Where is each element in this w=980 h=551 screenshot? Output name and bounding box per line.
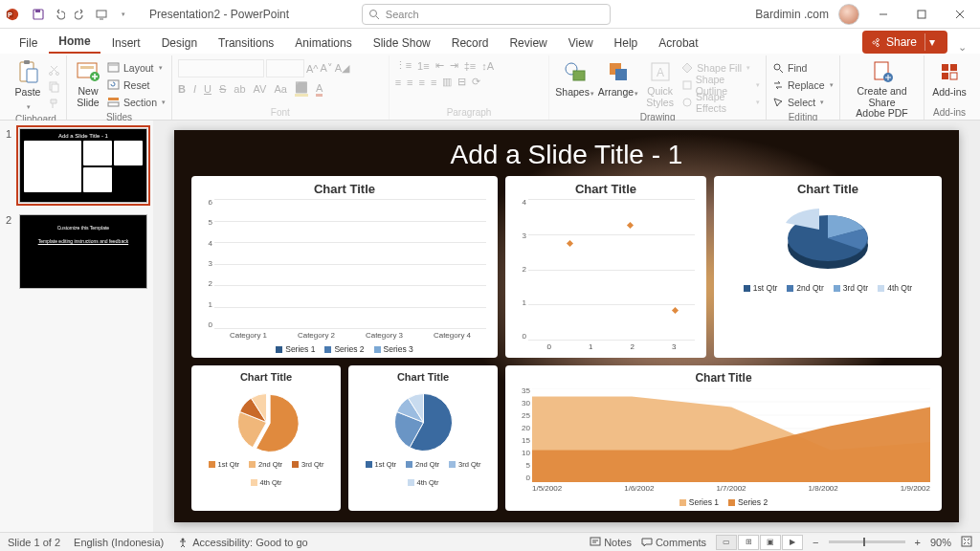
- clear-formatting-button[interactable]: A◢: [335, 62, 349, 75]
- normal-view-button[interactable]: ▭: [716, 535, 737, 550]
- undo-icon[interactable]: [50, 5, 69, 24]
- language[interactable]: English (Indonesia): [74, 537, 164, 548]
- notes-button[interactable]: Notes: [590, 537, 632, 548]
- chart-title: Chart Title: [513, 182, 699, 196]
- slideshow-view-button[interactable]: ▶: [782, 535, 803, 550]
- tab-home[interactable]: Home: [49, 30, 100, 54]
- align-right-button[interactable]: ≡: [419, 77, 425, 88]
- zoom-slider[interactable]: [829, 540, 905, 543]
- avatar[interactable]: [838, 4, 859, 25]
- find-button[interactable]: Find: [772, 59, 834, 76]
- shape-effects-button[interactable]: Shape Effects: [681, 94, 760, 110]
- save-icon[interactable]: [29, 5, 48, 24]
- bold-button[interactable]: B: [178, 83, 186, 95]
- chart-pie-3d[interactable]: Chart Title 1st Qtr 2nd Qtr 3rd Qtr 4th …: [714, 176, 942, 358]
- document-title: Presentation2 - PowerPoint: [149, 8, 289, 21]
- search-icon: [368, 9, 380, 20]
- tab-insert[interactable]: Insert: [102, 32, 150, 54]
- chart-bar[interactable]: Chart Title 0123456 Category 1Category 2…: [191, 176, 498, 358]
- indent-dec-button[interactable]: ⇤: [435, 59, 444, 72]
- spacing-button[interactable]: AV: [254, 83, 267, 95]
- columns-button[interactable]: ▥: [442, 76, 452, 88]
- cut-button[interactable]: [48, 61, 60, 77]
- quick-styles-button[interactable]: AQuick Styles: [642, 59, 678, 108]
- adobe-pdf-button[interactable]: Create and Share Adobe PDF: [846, 59, 918, 120]
- fit-to-window-button[interactable]: [961, 536, 972, 549]
- user-name[interactable]: Bardimin .com: [755, 8, 829, 21]
- copy-button[interactable]: [48, 78, 60, 95]
- close-button[interactable]: [946, 2, 974, 27]
- smartart-button[interactable]: ⟳: [472, 76, 480, 88]
- share-chevron-icon[interactable]: ▾: [924, 33, 938, 51]
- tab-acrobat[interactable]: Acrobat: [649, 32, 707, 54]
- strike-button[interactable]: S: [219, 83, 226, 95]
- svg-text:A: A: [657, 66, 664, 79]
- text-direction-button[interactable]: ↕A: [481, 60, 494, 72]
- svg-rect-7: [918, 11, 925, 18]
- italic-button[interactable]: I: [193, 83, 196, 95]
- line-spacing-button[interactable]: ‡≡: [464, 60, 477, 72]
- x-axis-labels: Category 1Category 2Category 3Category 4: [214, 331, 486, 342]
- zoom-level[interactable]: 90%: [930, 537, 951, 548]
- increase-font-button[interactable]: A^: [306, 63, 319, 75]
- share-button[interactable]: Share ▾: [862, 31, 947, 54]
- tab-design[interactable]: Design: [152, 32, 207, 54]
- tab-file[interactable]: File: [10, 32, 47, 54]
- indent-inc-button[interactable]: ⇥: [450, 59, 458, 72]
- tab-animations[interactable]: Animations: [285, 32, 361, 54]
- new-slide-button[interactable]: New Slide: [73, 59, 103, 108]
- slide-thumbnail-1[interactable]: Add a Slide Title - 1: [19, 128, 147, 203]
- tab-transitions[interactable]: Transitions: [209, 32, 283, 54]
- paste-button[interactable]: Paste: [11, 59, 44, 111]
- format-painter-button[interactable]: [48, 96, 60, 112]
- align-center-button[interactable]: ≡: [407, 77, 412, 88]
- slide-title[interactable]: Add a Slide Title - 1: [174, 130, 959, 176]
- minimize-button[interactable]: [869, 2, 898, 27]
- numbering-button[interactable]: 1≡: [417, 60, 430, 72]
- ribbon-options-icon[interactable]: ⌄: [953, 41, 970, 54]
- reading-view-button[interactable]: ▣: [760, 535, 781, 550]
- tab-help[interactable]: Help: [605, 32, 648, 54]
- addins-button[interactable]: Add-ins: [930, 59, 969, 98]
- slide-canvas[interactable]: Add a Slide Title - 1 Chart Title 012345…: [153, 121, 980, 532]
- accessibility-status[interactable]: Accessibility: Good to go: [177, 537, 307, 548]
- slide-position[interactable]: Slide 1 of 2: [8, 537, 60, 548]
- layout-button[interactable]: Layout: [107, 59, 166, 76]
- decrease-font-button[interactable]: A˅: [321, 62, 333, 75]
- chart-scatter[interactable]: Chart Title 01234 0123: [505, 176, 706, 358]
- font-color-button[interactable]: A: [316, 82, 323, 97]
- x-axis-labels: 1/5/20021/6/20021/7/20021/8/20021/9/2002: [532, 484, 930, 496]
- qat-more-icon[interactable]: [113, 5, 132, 24]
- bullets-button[interactable]: ⋮≡: [395, 59, 412, 72]
- from-beginning-icon[interactable]: [92, 5, 111, 24]
- reset-button[interactable]: Reset: [107, 77, 166, 93]
- maximize-button[interactable]: [907, 2, 936, 27]
- justify-button[interactable]: ≡: [431, 77, 436, 88]
- zoom-out-button[interactable]: −: [813, 537, 818, 548]
- arrange-button[interactable]: Arrange: [598, 59, 638, 98]
- chart-pie-orange[interactable]: Chart Title 1st Qtr 2nd Qtr 3rd Qtr 4th …: [191, 365, 341, 511]
- zoom-in-button[interactable]: +: [915, 537, 921, 548]
- select-button[interactable]: Select: [772, 94, 834, 110]
- share-label: Share: [886, 35, 917, 49]
- align-text-button[interactable]: ⊟: [457, 76, 466, 88]
- tab-view[interactable]: View: [559, 32, 603, 54]
- search-input[interactable]: Search: [362, 4, 611, 25]
- comments-button[interactable]: Comments: [641, 537, 706, 548]
- chart-pie-blue[interactable]: Chart Title 1st Qtr 2nd Qtr 3rd Qtr 4th …: [348, 365, 498, 511]
- highlight-button[interactable]: ⬛: [295, 81, 308, 97]
- tab-review[interactable]: Review: [500, 32, 556, 54]
- align-left-button[interactable]: ≡: [395, 77, 401, 88]
- sorter-view-button[interactable]: ⊞: [738, 535, 759, 550]
- shadow-button[interactable]: ab: [234, 83, 245, 95]
- redo-icon[interactable]: [71, 5, 90, 24]
- replace-button[interactable]: Replace: [772, 77, 834, 93]
- slide-thumbnail-2[interactable]: Customize this Template Template editing…: [19, 214, 147, 289]
- change-case-button[interactable]: Aa: [274, 83, 286, 95]
- tab-slideshow[interactable]: Slide Show: [364, 32, 440, 54]
- chart-area[interactable]: Chart Title 05101520253035 1/5/20021/6/2…: [505, 365, 942, 511]
- underline-button[interactable]: U: [204, 83, 212, 95]
- tab-record[interactable]: Record: [442, 32, 499, 54]
- shapes-button[interactable]: Shapes: [555, 59, 594, 98]
- section-button[interactable]: Section: [107, 94, 166, 110]
